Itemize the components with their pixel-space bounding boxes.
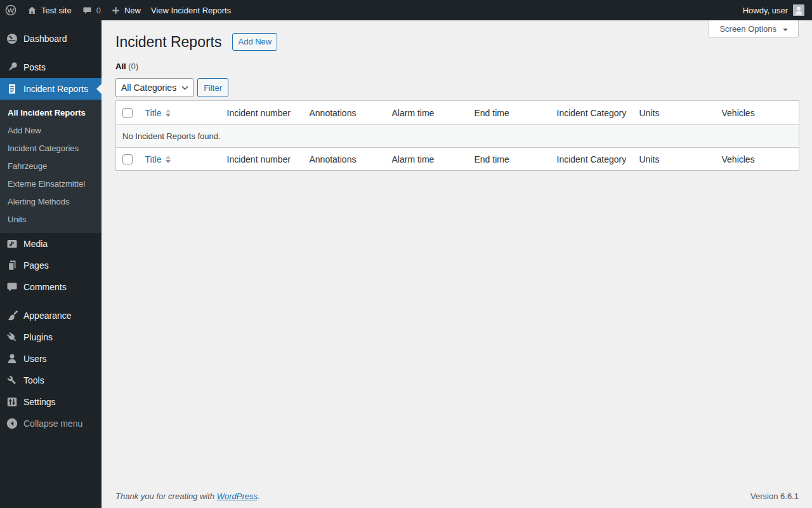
column-units: Units xyxy=(633,101,716,125)
incident-reports-table: Title Incident number Annotations Alarm … xyxy=(115,100,799,171)
column-incident-number: Incident number xyxy=(221,101,303,125)
sort-by-title-link[interactable]: Title xyxy=(145,107,171,119)
column-end-time: End time xyxy=(468,148,551,171)
sidebar-item-tools[interactable]: Tools xyxy=(0,370,102,391)
settings-icon xyxy=(6,396,18,408)
sidebar-item-dashboard[interactable]: Dashboard xyxy=(0,28,102,50)
menu-separator xyxy=(0,50,102,57)
user-icon xyxy=(6,352,18,365)
sidebar-item-settings[interactable]: Settings xyxy=(0,391,102,413)
pages-icon xyxy=(6,259,18,272)
sort-indicator-icon xyxy=(166,107,171,119)
column-title: Title xyxy=(139,148,221,171)
empty-message: No Incident Reports found. xyxy=(116,125,799,148)
table-header-row: Title Incident number Annotations Alarm … xyxy=(116,101,799,125)
paintbrush-icon xyxy=(6,309,18,322)
submenu-units[interactable]: Units xyxy=(0,211,102,229)
wordpress-logo-icon xyxy=(4,4,17,17)
column-alarm-time: Alarm time xyxy=(386,101,468,125)
filter-button[interactable]: Filter xyxy=(197,78,228,97)
howdy-label: Howdy, user xyxy=(743,6,788,15)
admin-footer: Thank you for creating with WordPress. V… xyxy=(115,491,799,501)
comments-count: 0 xyxy=(96,6,101,15)
sidebar-item-appearance[interactable]: Appearance xyxy=(0,305,102,326)
sidebar-item-posts[interactable]: Posts xyxy=(0,57,102,78)
add-new-button[interactable]: Add New xyxy=(232,33,277,51)
sidebar-item-media[interactable]: Media xyxy=(0,233,102,255)
avatar xyxy=(793,4,804,16)
admin-bar: Test site 0 New View Incident Reports Ho… xyxy=(0,0,812,20)
column-end-time: End time xyxy=(468,101,551,125)
select-all-checkbox[interactable] xyxy=(122,108,133,118)
column-vehicles: Vehicles xyxy=(716,101,799,125)
content-area: Screen Options Incident Reports Add New … xyxy=(102,0,812,508)
column-incident-number: Incident number xyxy=(221,148,303,171)
collapse-menu-button[interactable]: Collapse menu xyxy=(0,413,102,434)
table-nav: All Categories Filter xyxy=(115,78,799,97)
empty-row: No Incident Reports found. xyxy=(116,125,799,148)
site-name: Test site xyxy=(41,6,72,15)
dashboard-icon xyxy=(6,32,18,45)
collapse-arrow-icon xyxy=(6,417,18,430)
plugin-icon xyxy=(6,331,18,344)
column-alarm-time: Alarm time xyxy=(386,148,468,171)
screen-options-button[interactable]: Screen Options xyxy=(709,20,799,38)
comments-icon xyxy=(6,281,18,293)
views-filter: All (0) xyxy=(115,62,799,71)
sort-indicator-icon xyxy=(166,153,171,166)
footer-version: Version 6.6.1 xyxy=(750,491,799,501)
media-icon xyxy=(6,237,18,250)
plus-icon xyxy=(111,6,121,15)
submenu-all-incident-reports[interactable]: All Incident Reports xyxy=(0,104,102,122)
column-incident-category: Incident Category xyxy=(551,101,633,125)
comment-bubble-icon xyxy=(82,5,93,16)
home-icon xyxy=(27,5,37,16)
chevron-down-icon xyxy=(181,86,188,90)
admin-bar-right: Howdy, user xyxy=(738,0,812,20)
view-all-link[interactable]: All xyxy=(115,62,126,71)
submenu-externe-einsatzmittel[interactable]: Externe Einsatzmittel xyxy=(0,175,102,193)
new-menu[interactable]: New xyxy=(106,0,146,20)
footer-thankyou: Thank you for creating with WordPress. xyxy=(115,491,260,501)
sidebar-item-pages[interactable]: Pages xyxy=(0,255,102,276)
menu-separator xyxy=(0,298,102,305)
submenu-fahrzeuge[interactable]: Fahrzeuge xyxy=(0,157,102,175)
user-silhouette-icon xyxy=(794,5,804,15)
my-account-menu[interactable]: Howdy, user xyxy=(738,0,809,20)
column-incident-category: Incident Category xyxy=(551,148,633,171)
submenu-incident-categories[interactable]: Incident Categories xyxy=(0,140,102,157)
wordpress-logo-menu[interactable] xyxy=(0,0,22,20)
comments-menu[interactable]: 0 xyxy=(77,0,106,20)
category-filter-select[interactable]: All Categories xyxy=(115,78,193,97)
admin-bar-left: Test site 0 New View Incident Reports xyxy=(0,0,236,20)
wordpress-link[interactable]: WordPress xyxy=(217,491,258,501)
sidebar-item-comments[interactable]: Comments xyxy=(0,276,102,298)
view-incident-reports-link[interactable]: View Incident Reports xyxy=(146,0,236,20)
table-footer-row: Title Incident number Annotations Alarm … xyxy=(116,148,799,171)
document-icon xyxy=(6,83,18,95)
submenu-add-new[interactable]: Add New xyxy=(0,122,102,140)
incident-reports-submenu: All Incident Reports Add New Incident Ca… xyxy=(0,100,102,233)
chevron-down-icon xyxy=(783,29,788,34)
page-title: Incident Reports xyxy=(115,32,221,51)
column-vehicles: Vehicles xyxy=(716,148,799,171)
admin-sidebar: Dashboard Posts Incident Reports xyxy=(0,20,102,508)
sidebar-item-incident-reports[interactable]: Incident Reports xyxy=(0,78,102,100)
column-annotations: Annotations xyxy=(303,148,386,171)
view-all-count: (0) xyxy=(128,62,138,71)
sidebar-item-users[interactable]: Users xyxy=(0,348,102,370)
sort-by-title-link[interactable]: Title xyxy=(145,153,171,166)
site-menu[interactable]: Test site xyxy=(22,0,77,20)
pushpin-icon xyxy=(6,61,18,74)
select-all-checkbox-bottom[interactable] xyxy=(122,154,133,164)
submenu-alerting-methods[interactable]: Alerting Methods xyxy=(0,193,102,211)
column-annotations: Annotations xyxy=(303,101,386,125)
new-label: New xyxy=(124,6,141,15)
column-title: Title xyxy=(139,101,221,125)
sidebar-item-plugins[interactable]: Plugins xyxy=(0,326,102,348)
wrench-icon xyxy=(6,374,18,387)
column-units: Units xyxy=(633,148,716,171)
